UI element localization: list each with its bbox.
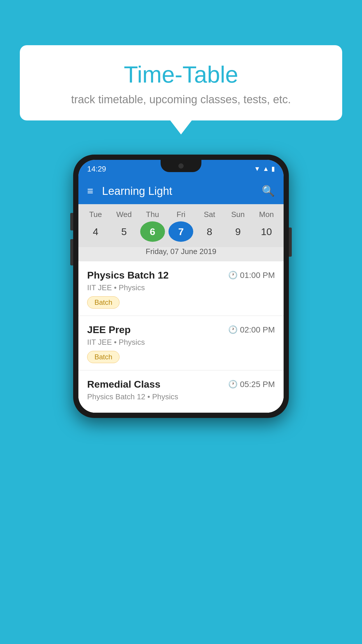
- schedule-item-1-subtitle: IIT JEE • Physics: [87, 283, 275, 292]
- notch: [161, 160, 201, 172]
- app-bar: ≡ Learning Light 🔍: [78, 178, 284, 204]
- day-10[interactable]: 10: [254, 221, 279, 242]
- schedule-item-2[interactable]: JEE Prep 🕐 02:00 PM IIT JEE • Physics Ba…: [78, 316, 284, 370]
- phone-outer-frame: 14:29 ▼ ▲ ▮ ≡ Learning Light 🔍 Tue: [73, 155, 289, 418]
- day-9[interactable]: 9: [226, 221, 250, 242]
- calendar-strip: Tue Wed Thu Fri Sat Sun Mon 4 5 6 7 8 9 …: [78, 204, 284, 261]
- schedule-item-2-time-text: 02:00 PM: [240, 325, 275, 335]
- schedule-item-2-header: JEE Prep 🕐 02:00 PM: [87, 324, 275, 335]
- wifi-icon: ▼: [254, 165, 260, 173]
- schedule-item-1[interactable]: Physics Batch 12 🕐 01:00 PM IIT JEE • Ph…: [78, 261, 284, 316]
- phone-mockup: 14:29 ▼ ▲ ▮ ≡ Learning Light 🔍 Tue: [73, 155, 289, 418]
- app-title: Learning Light: [102, 185, 262, 197]
- schedule-item-3-header: Remedial Class 🕐 05:25 PM: [87, 379, 275, 390]
- day-5[interactable]: 5: [112, 221, 136, 242]
- day-header-sun: Sun: [226, 210, 250, 219]
- clock-icon-1: 🕐: [228, 271, 238, 280]
- day-4[interactable]: 4: [83, 221, 108, 242]
- day-headers: Tue Wed Thu Fri Sat Sun Mon: [78, 210, 284, 219]
- day-header-tue: Tue: [83, 210, 108, 219]
- day-7-selected[interactable]: 7: [168, 221, 193, 242]
- day-header-mon: Mon: [254, 210, 279, 219]
- search-icon[interactable]: 🔍: [262, 185, 275, 197]
- phone-screen: 14:29 ▼ ▲ ▮ ≡ Learning Light 🔍 Tue: [78, 160, 284, 413]
- schedule-item-3-time: 🕐 05:25 PM: [228, 380, 275, 389]
- hamburger-icon[interactable]: ≡: [87, 185, 93, 197]
- speech-bubble-title: Time-Table: [37, 61, 325, 88]
- clock-icon-3: 🕐: [228, 380, 238, 389]
- schedule-item-1-header: Physics Batch 12 🕐 01:00 PM: [87, 270, 275, 281]
- schedule-item-2-time: 🕐 02:00 PM: [228, 325, 275, 335]
- speech-bubble-subtitle: track timetable, upcoming classes, tests…: [37, 93, 325, 106]
- side-button-volume-down: [70, 239, 73, 265]
- schedule-item-3-time-text: 05:25 PM: [240, 380, 275, 389]
- speech-bubble-container: Time-Table track timetable, upcoming cla…: [20, 45, 342, 120]
- signal-icon: ▲: [263, 165, 269, 173]
- day-header-sat: Sat: [197, 210, 222, 219]
- day-8[interactable]: 8: [197, 221, 222, 242]
- status-time: 14:29: [87, 164, 106, 174]
- day-6-today[interactable]: 6: [140, 221, 165, 242]
- schedule-item-2-title: JEE Prep: [87, 324, 131, 335]
- schedule-item-1-time-text: 01:00 PM: [240, 271, 275, 280]
- status-bar: 14:29 ▼ ▲ ▮: [78, 160, 284, 178]
- speech-bubble: Time-Table track timetable, upcoming cla…: [20, 45, 342, 120]
- status-icons: ▼ ▲ ▮: [254, 165, 275, 173]
- schedule-item-3[interactable]: Remedial Class 🕐 05:25 PM Physics Batch …: [78, 370, 284, 413]
- schedule-item-1-badge: Batch: [87, 296, 120, 309]
- schedule-item-1-time: 🕐 01:00 PM: [228, 271, 275, 280]
- day-header-wed: Wed: [112, 210, 136, 219]
- front-camera: [178, 163, 184, 169]
- schedule-item-3-subtitle: Physics Batch 12 • Physics: [87, 392, 275, 401]
- battery-icon: ▮: [271, 165, 275, 173]
- side-button-power: [289, 228, 292, 257]
- schedule-item-3-title: Remedial Class: [87, 379, 160, 390]
- side-button-volume-up: [70, 213, 73, 230]
- day-header-thu: Thu: [140, 210, 165, 219]
- schedule-item-1-title: Physics Batch 12: [87, 270, 169, 281]
- schedule-list: Physics Batch 12 🕐 01:00 PM IIT JEE • Ph…: [78, 261, 284, 413]
- clock-icon-2: 🕐: [228, 325, 238, 334]
- day-numbers: 4 5 6 7 8 9 10: [78, 221, 284, 242]
- selected-date-label: Friday, 07 June 2019: [78, 247, 284, 261]
- day-header-fri: Fri: [168, 210, 193, 219]
- schedule-item-2-badge: Batch: [87, 351, 120, 363]
- schedule-item-2-subtitle: IIT JEE • Physics: [87, 338, 275, 347]
